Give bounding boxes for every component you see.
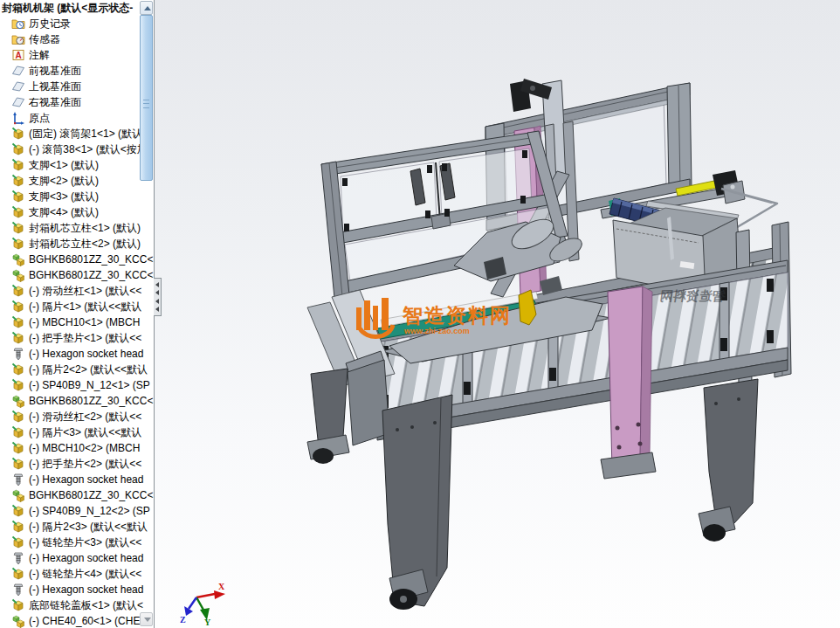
tree-item-label: BGHKB6801ZZ_30_KCC<: [29, 395, 153, 407]
graphics-viewport[interactable]: 智造资料网: [155, 0, 840, 628]
tree-item[interactable]: (-) MBCH10<1> (MBCH: [0, 314, 154, 330]
tree-item-label: (-) 隔片<3> (默认<<默认: [29, 425, 141, 440]
part-icon: [11, 410, 25, 424]
assembly-icon: [11, 488, 25, 502]
down-arrow-icon: [144, 618, 151, 622]
tree-item-label: (-) 隔片2<3> (默认<<默认: [29, 520, 148, 535]
thumb-grip: [143, 100, 149, 108]
tree-item[interactable]: (-) 把手垫片<2> (默认<<: [0, 456, 154, 472]
tree-item-label: (-) 隔片<1> (默认<<默认: [29, 300, 141, 314]
triad-y-label: Y: [204, 618, 211, 627]
cad-model[interactable]: 智造资料网: [180, 79, 791, 627]
tree-item-label: (-) Hexagon socket head: [29, 348, 143, 360]
tree-item[interactable]: (-) 滑动丝杠<1> (默认<<: [0, 283, 154, 299]
part-icon: [11, 158, 25, 172]
tree-item-label: BGHKB6801ZZ_30_KCC<: [29, 253, 153, 266]
table-leg-front-left: [382, 395, 452, 610]
part-icon: [11, 567, 25, 581]
scroll-down-button[interactable]: [140, 612, 153, 626]
screw-icon: [11, 347, 25, 361]
tree-item-label: 支脚<2> (默认): [29, 174, 99, 189]
tree-item[interactable]: (-) Hexagon socket head: [0, 582, 154, 597]
plane-icon: [11, 79, 25, 93]
tree-item[interactable]: (-) 滑动丝杠<2> (默认<<: [0, 409, 154, 424]
tree-item[interactable]: 历史记录: [0, 16, 154, 31]
tree-item-label: (-) 滑动丝杠<2> (默认<<: [29, 410, 141, 424]
panel-splitter-tab[interactable]: [154, 278, 162, 316]
tree-item[interactable]: 传感器: [0, 31, 154, 47]
tree-item[interactable]: 支脚<1> (默认): [0, 157, 154, 173]
tree-item[interactable]: 前视基准面: [0, 63, 154, 79]
tree-item[interactable]: (-) MBCH10<2> (MBCH: [0, 440, 154, 456]
tree-item[interactable]: BGHKB6801ZZ_30_KCC<: [0, 393, 154, 409]
tree-item[interactable]: 支脚<2> (默认): [0, 173, 154, 189]
tree-item[interactable]: (-) 链轮垫片<3> (默认<<: [0, 535, 154, 550]
tree-item-label: 传感器: [29, 32, 60, 47]
tree-item[interactable]: (-) 隔片2<3> (默认<<默认: [0, 519, 154, 535]
part-icon: [11, 205, 25, 219]
tree-item[interactable]: (-) 链轮垫片<4> (默认<<: [0, 566, 154, 582]
tree-item-label: 前视基准面: [29, 64, 81, 79]
part-icon: [11, 142, 25, 156]
tree-item[interactable]: BGHKB6801ZZ_30_KCC<: [0, 252, 154, 267]
tree-item-label: (-) 隔片2<2> (默认<<默认: [29, 362, 148, 377]
tree-item-label: 支脚<3> (默认): [29, 190, 99, 204]
tree-item[interactable]: 底部链轮盖板<1> (默认<: [0, 597, 154, 613]
tree-item-label: 封箱机芯立柱<2> (默认): [29, 237, 141, 252]
tree-item-label: 支脚<4> (默认): [29, 205, 99, 220]
tree-item[interactable]: BGHKB6801ZZ_30_KCC<: [0, 487, 154, 503]
part-icon: [11, 237, 25, 251]
scroll-up-button[interactable]: [140, 1, 153, 15]
tree-item-label: (-) Hexagon socket head: [29, 473, 143, 486]
tree-item[interactable]: 封箱机芯立柱<1> (默认): [0, 220, 154, 236]
tree-item-label: (-) CHE40_60<1> (CHE4: [29, 615, 146, 627]
tree-item-label: 上视基准面: [29, 79, 81, 94]
tree-item-label: (-) SP40B9_N_12<2> (SP: [29, 505, 150, 517]
tree-item[interactable]: 支脚<3> (默认): [0, 189, 154, 204]
table-leg-front-right: [699, 379, 758, 542]
assembly-icon: [11, 614, 25, 628]
tree-item-label: (-) 把手垫片<1> (默认<<: [29, 331, 141, 346]
tree-item-label: 历史记录: [29, 17, 71, 31]
tree-item[interactable]: (-) SP40B9_N_12<1> (SP: [0, 377, 154, 393]
part-icon: [11, 504, 25, 518]
tree-item-label: 右视基准面: [29, 95, 81, 110]
part-icon: [11, 284, 25, 298]
tree-item-label: (-) 滚筒38<1> (默认<按加: [29, 142, 148, 157]
caster: [703, 524, 726, 542]
feature-manager-panel: 封箱机机架 (默认<显示状态- 历史记录传感器注解前视基准面上视基准面右视基准面…: [0, 0, 155, 628]
tree-scrollbar[interactable]: [140, 0, 153, 628]
tree-item[interactable]: BGHKB6801ZZ_30_KCC<: [0, 267, 154, 283]
tree-item-label: (-) 滑动丝杠<1> (默认<<: [29, 284, 141, 299]
tree-item[interactable]: (-) 隔片2<2> (默认<<默认: [0, 362, 154, 377]
tree-item[interactable]: (-) 隔片<1> (默认<<默认: [0, 299, 154, 314]
tree-item[interactable]: (-) CHE40_60<1> (CHE4: [0, 613, 154, 628]
tree-item[interactable]: (-) Hexagon socket head: [0, 346, 154, 362]
part-icon: [11, 520, 25, 534]
tree-item-label: (-) Hexagon socket head: [29, 552, 143, 564]
screw-icon: [11, 551, 25, 565]
feature-tree-list: 历史记录传感器注解前视基准面上视基准面右视基准面原点(固定) 滚筒架1<1> (…: [0, 16, 154, 628]
tree-item[interactable]: 支脚<4> (默认): [0, 204, 154, 220]
tree-item[interactable]: (固定) 滚筒架1<1> (默认-: [0, 126, 154, 141]
tree-item[interactable]: (-) SP40B9_N_12<2> (SP: [0, 503, 154, 519]
tree-item[interactable]: (-) Hexagon socket head: [0, 550, 154, 566]
tree-item[interactable]: 注解: [0, 47, 154, 63]
scrollbar-thumb[interactable]: [140, 15, 153, 181]
tree-item[interactable]: 原点: [0, 110, 154, 126]
collapse-arrow-icon: [155, 307, 159, 312]
tree-item-label: (-) MBCH10<1> (MBCH: [29, 316, 140, 328]
tree-item[interactable]: (-) 把手垫片<1> (默认<<: [0, 330, 154, 346]
part-icon: [11, 598, 25, 612]
watermark-text: 智造资料网: [402, 304, 512, 327]
tree-item[interactable]: (-) 隔片<3> (默认<<默认: [0, 424, 154, 440]
tree-item[interactable]: 右视基准面: [0, 94, 154, 110]
assembly-root-item[interactable]: 封箱机机架 (默认<显示状态-: [0, 0, 154, 16]
tree-item[interactable]: (-) Hexagon socket head: [0, 472, 154, 487]
screw-icon: [11, 473, 25, 487]
tree-item[interactable]: (-) 滚筒38<1> (默认<按加: [0, 141, 154, 157]
tree-item-label: (-) 链轮垫片<4> (默认<<: [29, 567, 141, 582]
tree-item[interactable]: 封箱机芯立柱<2> (默认): [0, 236, 154, 252]
tree-item-label: 注解: [29, 48, 50, 63]
tree-item[interactable]: 上视基准面: [0, 79, 154, 94]
